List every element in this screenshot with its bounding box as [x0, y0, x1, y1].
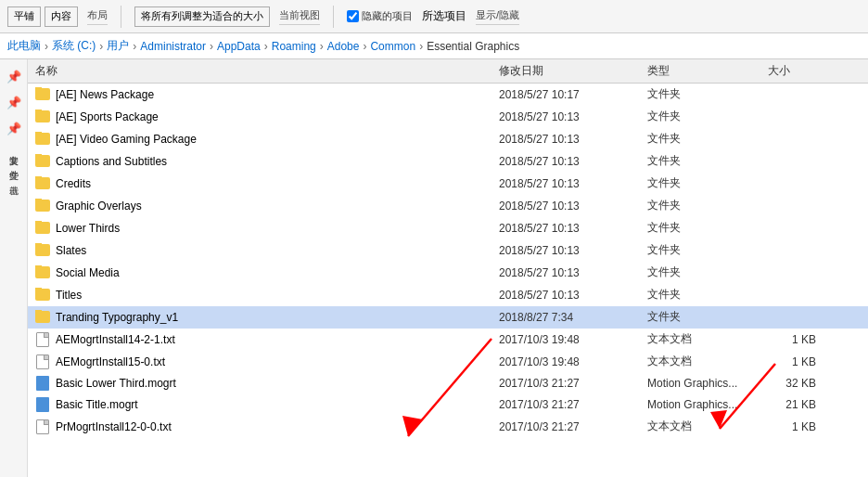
breadcrumb-sep-2: ›	[99, 40, 103, 53]
hidden-items-checkbox-label[interactable]: 隐藏的项目	[347, 9, 413, 23]
file-date: 2018/5/27 10:13	[499, 244, 647, 257]
file-name-text: Social Media	[56, 266, 120, 279]
file-date: 2018/5/27 10:13	[499, 177, 647, 190]
file-icon	[35, 176, 50, 191]
breadcrumb-item-roaming[interactable]: Roaming	[272, 40, 316, 53]
file-name-cell: [AE] Video Gaming Package	[35, 132, 499, 147]
document-icon	[36, 355, 49, 369]
mogrt-icon	[36, 397, 49, 412]
file-type: 文件夹	[647, 86, 768, 102]
adjust-columns-btn[interactable]: 将所有列调整为适合的大小	[134, 6, 270, 27]
breadcrumb-item-c[interactable]: 系统 (C:)	[52, 38, 96, 54]
file-size: 32 KB	[768, 377, 823, 390]
col-header-name[interactable]: 名称	[35, 63, 499, 79]
file-icon	[35, 132, 50, 147]
file-name-cell: Captions and Subtitles	[35, 154, 499, 169]
main-area: 📌 📌 📌 安装文 些文件 击就 名称 修改日期 类型 大小 [AE] News…	[0, 59, 868, 477]
file-type: 文件夹	[647, 175, 768, 191]
folder-icon	[35, 266, 50, 278]
folder-icon	[35, 110, 50, 122]
file-name-cell: Titles	[35, 288, 499, 303]
file-type: 文件夹	[647, 309, 768, 325]
file-name-cell: Tranding Typography_v1	[35, 310, 499, 325]
table-row[interactable]: Titles 2018/5/27 10:13 文件夹	[28, 284, 868, 306]
folder-icon	[35, 311, 50, 323]
table-row[interactable]: Slates 2018/5/27 10:13 文件夹	[28, 239, 868, 262]
file-type: 文件夹	[647, 220, 768, 236]
folder-icon	[35, 222, 50, 234]
file-type: 文件夹	[647, 287, 768, 303]
table-row[interactable]: AEMogrtInstall14-2-1.txt 2017/10/3 19:48…	[28, 329, 868, 351]
file-icon	[35, 154, 50, 169]
table-row[interactable]: Basic Lower Third.mogrt 2017/10/3 21:27 …	[28, 373, 868, 394]
table-row[interactable]: [AE] Video Gaming Package 2018/5/27 10:1…	[28, 128, 868, 150]
toolbar-showhide-group: 隐藏的项目	[347, 9, 413, 23]
current-view-label: 当前视图	[279, 8, 320, 25]
breadcrumb-item-pc[interactable]: 此电脑	[7, 38, 41, 54]
table-row[interactable]: Captions and Subtitles 2018/5/27 10:13 文…	[28, 150, 868, 173]
file-date: 2018/5/27 10:17	[499, 88, 647, 101]
file-name-text: Titles	[56, 289, 82, 302]
file-name-cell: Graphic Overlays	[35, 199, 499, 213]
file-date: 2017/10/3 19:48	[499, 355, 647, 368]
col-header-type[interactable]: 类型	[647, 63, 768, 79]
col-header-extra	[823, 63, 861, 79]
breadcrumb-item-appdata[interactable]: AppData	[217, 40, 261, 53]
file-size: 1 KB	[768, 333, 823, 346]
folder-icon	[35, 133, 50, 145]
file-name-text: AEMogrtInstall15-0.txt	[56, 355, 165, 368]
sidebar-pin-icon-2[interactable]: 📌	[5, 93, 23, 111]
file-name-text: [AE] Sports Package	[56, 110, 159, 123]
file-icon	[35, 221, 50, 236]
file-date: 2018/5/27 10:13	[499, 200, 647, 213]
layout-tile-btn[interactable]: 平铺	[7, 6, 41, 27]
table-row[interactable]: Credits 2018/5/27 10:13 文件夹	[28, 173, 868, 195]
table-row[interactable]: AEMogrtInstall15-0.txt 2017/10/3 19:48 文…	[28, 351, 868, 373]
table-row[interactable]: Tranding Typography_v1 2018/8/27 7:34 文件…	[28, 306, 868, 329]
separator2	[333, 6, 334, 28]
breadcrumb-sep-5: ›	[264, 40, 268, 53]
file-size: 1 KB	[768, 420, 823, 433]
file-name-cell: [AE] News Package	[35, 87, 499, 102]
table-row[interactable]: [AE] News Package 2018/5/27 10:17 文件夹	[28, 84, 868, 106]
breadcrumb-item-adobe[interactable]: Adobe	[327, 40, 360, 53]
file-name-text: Lower Thirds	[56, 222, 120, 235]
col-header-date[interactable]: 修改日期	[499, 63, 647, 79]
file-icon	[35, 110, 50, 124]
file-name-text: AEMogrtInstall14-2-1.txt	[56, 333, 175, 346]
app-window: 平铺 内容 布局 将所有列调整为适合的大小 当前视图 隐藏的项目 所选项目 显示…	[0, 0, 868, 477]
file-size: 21 KB	[768, 398, 823, 411]
file-name-text: Basic Title.mogrt	[56, 398, 138, 411]
table-row[interactable]: [AE] Sports Package 2018/5/27 10:13 文件夹	[28, 106, 868, 128]
sidebar-text-3: 击就	[7, 174, 20, 182]
separator1	[121, 6, 121, 28]
breadcrumb-item-admin[interactable]: Administrator	[140, 40, 206, 53]
file-date: 2017/10/3 21:27	[499, 377, 647, 390]
breadcrumb-sep-8: ›	[419, 40, 423, 53]
file-type: 文件夹	[647, 198, 768, 213]
sidebar-pin-icon-3[interactable]: 📌	[5, 119, 23, 137]
file-rows-container: [AE] News Package 2018/5/27 10:17 文件夹 [A…	[28, 84, 868, 438]
table-row[interactable]: Basic Title.mogrt 2017/10/3 21:27 Motion…	[28, 394, 868, 416]
table-row[interactable]: Lower Thirds 2018/5/27 10:13 文件夹	[28, 217, 868, 239]
table-row[interactable]: Graphic Overlays 2018/5/27 10:13 文件夹	[28, 195, 868, 217]
file-type: 文件夹	[647, 264, 768, 280]
table-row[interactable]: PrMogrtInstall12-0-0.txt 2017/10/3 21:27…	[28, 416, 868, 438]
layout-content-btn[interactable]: 内容	[45, 6, 78, 27]
file-date: 2017/10/3 19:48	[499, 333, 647, 346]
folder-icon	[35, 88, 50, 100]
col-header-size[interactable]: 大小	[768, 63, 823, 79]
table-row[interactable]: Social Media 2018/5/27 10:13 文件夹	[28, 262, 868, 284]
file-icon	[35, 265, 50, 280]
sidebar-pin-icon-1[interactable]: 📌	[5, 67, 23, 85]
file-type: Motion Graphics...	[647, 398, 768, 411]
hidden-items-checkbox[interactable]	[347, 10, 359, 22]
file-type: 文本文档	[647, 419, 768, 434]
file-list-container[interactable]: 名称 修改日期 类型 大小 [AE] News Package 2018/5/2…	[28, 59, 868, 477]
breadcrumb-item-common[interactable]: Common	[370, 40, 415, 53]
file-name-cell: AEMogrtInstall15-0.txt	[35, 355, 499, 369]
file-name-cell: Social Media	[35, 265, 499, 280]
file-type: Motion Graphics...	[647, 377, 768, 390]
breadcrumb-item-users[interactable]: 用户	[107, 38, 129, 54]
file-type: 文件夹	[647, 109, 768, 124]
